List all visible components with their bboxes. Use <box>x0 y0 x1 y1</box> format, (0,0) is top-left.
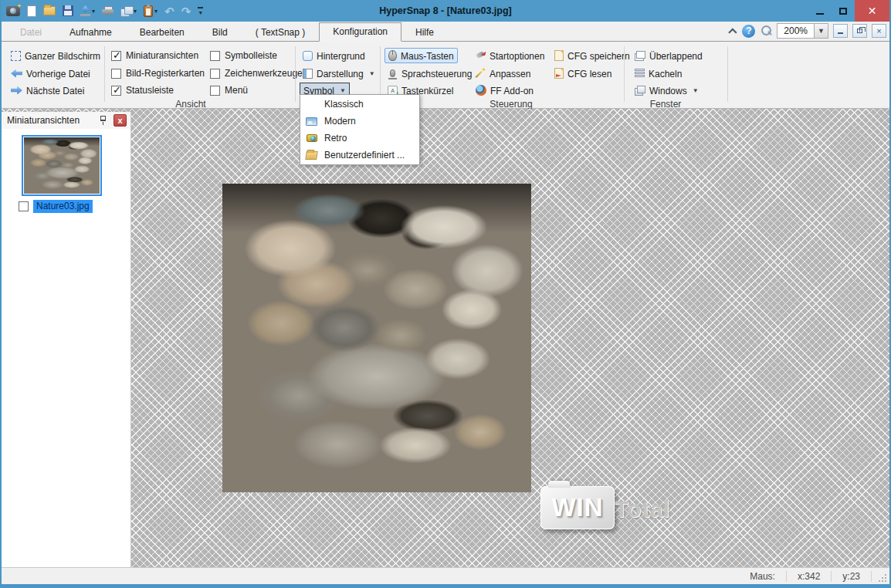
full-screen-label: Ganzer Bildschirm <box>25 51 100 62</box>
kacheln-button[interactable]: Kacheln <box>632 66 685 81</box>
chevron-down-icon: ▼ <box>693 87 699 94</box>
tab-bearbeiten[interactable]: Bearbeiten <box>126 23 198 42</box>
ueberlappend-button[interactable]: Überlappend <box>632 48 706 63</box>
checkbox-label: Bild-Registerkarten <box>126 68 205 79</box>
checkbox-icon[interactable] <box>210 51 220 61</box>
ff-addon-button[interactable]: FF Add-on <box>473 83 537 98</box>
checkbox-label: Zeichenwerkzeuge <box>225 68 303 79</box>
open-folder-icon <box>305 151 318 160</box>
maus-tasten-button[interactable]: Maus-Tasten <box>385 48 458 63</box>
zoom-level-value[interactable]: 200% <box>778 24 814 38</box>
copy-button[interactable]: ▾ <box>120 6 137 16</box>
maximize-button[interactable] <box>832 0 855 22</box>
mouse-y-value: y:23 <box>832 571 871 582</box>
cfg-lesen-button[interactable]: CFG lesen <box>551 66 615 81</box>
help-icon[interactable]: ? <box>742 25 755 38</box>
microphone-icon <box>390 69 395 77</box>
watermark-folder-shape: WIN <box>540 486 615 529</box>
ribbon: Ganzer Bildschirm Vorherige Datei Nächst… <box>2 42 889 109</box>
copy-icon <box>120 6 132 16</box>
hintergrund-button[interactable]: Hintergrund <box>300 48 368 63</box>
cfg-speichern-button[interactable]: CFG speichern <box>551 48 633 63</box>
document-minimize-button[interactable] <box>833 24 848 38</box>
paste-dropdown-arrow[interactable]: ▾ <box>154 8 158 15</box>
export-icon <box>80 5 90 16</box>
undo-button[interactable]: ↶ <box>164 6 174 16</box>
minimize-button[interactable] <box>808 0 832 22</box>
checkbox-icon[interactable] <box>111 69 121 79</box>
resize-grip[interactable] <box>875 570 887 583</box>
tab-aufnahme[interactable]: Aufnahme <box>56 23 126 42</box>
file-checkbox[interactable] <box>19 201 29 211</box>
menu-item-benutzerdefiniert[interactable]: Benutzerdefiniert ... <box>301 147 418 164</box>
open-file-button[interactable] <box>43 6 56 15</box>
checkbox-icon[interactable] <box>210 69 220 79</box>
menu-item-klassisch[interactable]: Klassisch <box>301 96 418 113</box>
full-screen-button[interactable]: Ganzer Bildschirm <box>8 48 103 63</box>
config-save-icon <box>554 50 564 61</box>
tab-bar-controls: ? 200% ▼ × <box>731 23 886 39</box>
checkbox-icon[interactable] <box>111 86 121 96</box>
save-icon <box>63 5 73 16</box>
thumbnail-image[interactable] <box>24 137 100 194</box>
mouse-x-value: x:342 <box>787 571 831 582</box>
document-canvas[interactable]: WIN Total <box>2 109 889 567</box>
group-separator <box>295 46 296 102</box>
checkbox-statusleiste[interactable]: Statusleiste <box>111 83 174 98</box>
export-dropdown-arrow[interactable]: ▾ <box>92 8 95 15</box>
app-menu-button[interactable] <box>6 6 20 16</box>
previous-file-button[interactable]: Vorherige Datei <box>8 66 93 81</box>
menu-item-retro[interactable]: Retro <box>301 130 418 147</box>
menu-item-modern[interactable]: Modern <box>301 113 418 130</box>
tab-hilfe[interactable]: Hilfe <box>401 23 448 42</box>
close-button[interactable]: ✕ <box>855 0 889 22</box>
thumbnail-selected-frame[interactable] <box>22 135 102 196</box>
pin-icon[interactable] <box>100 116 106 121</box>
customize-toolbar-button[interactable]: ▾ <box>198 7 203 15</box>
anpassen-button[interactable]: Anpassen <box>473 66 534 81</box>
file-name-label[interactable]: Nature03.jpg <box>33 200 93 213</box>
windows-button[interactable]: Windows ▼ <box>632 83 702 98</box>
main-image[interactable] <box>222 184 531 492</box>
checkbox-icon[interactable] <box>111 51 121 61</box>
document-minimize-icon <box>838 32 843 34</box>
title-bar[interactable]: ▾ ▾ ▾ ↶ ↷ ▾ HyperSnap 8 - [Nature03.jpg]… <box>2 0 889 22</box>
tab-textsnap[interactable]: ( TextSnap ) <box>242 23 319 42</box>
thumbnail-file-row: Nature03.jpg <box>19 200 130 213</box>
checkbox-icon[interactable] <box>210 86 220 96</box>
zoom-dropdown-button[interactable]: ▼ <box>814 24 828 38</box>
darstellung-button[interactable]: Darstellung ▼ <box>300 66 378 81</box>
tab-bild[interactable]: Bild <box>198 23 242 42</box>
tab-konfiguration[interactable]: Konfiguration <box>319 22 401 42</box>
collapse-ribbon-icon[interactable] <box>729 28 737 36</box>
sprachsteuerung-button[interactable]: Sprachsteuerung <box>385 66 475 81</box>
thumbnails-panel-header[interactable]: Miniaturansichten x <box>2 112 130 129</box>
group-label-fenster: Fenster <box>627 99 704 110</box>
checkbox-bild-registerkarten[interactable]: Bild-Registerkarten <box>111 66 205 81</box>
checkbox-miniaturansichten[interactable]: Miniaturansichten <box>111 48 198 63</box>
copy-dropdown-arrow[interactable]: ▾ <box>134 8 137 15</box>
print-button[interactable] <box>102 6 113 16</box>
retro-camera-icon <box>305 134 318 142</box>
save-button[interactable] <box>63 5 73 16</box>
darstellung-label: Darstellung <box>317 69 364 79</box>
document-restore-button[interactable] <box>852 24 867 38</box>
tab-datei[interactable]: Datei <box>6 23 56 42</box>
export-button[interactable]: ▾ <box>80 5 95 16</box>
redo-button[interactable]: ↷ <box>181 6 191 16</box>
checkbox-symbolleiste[interactable]: Symbolleiste <box>210 48 277 63</box>
checkbox-zeichenwerkzeuge[interactable]: Zeichenwerkzeuge <box>210 66 303 81</box>
document-close-button[interactable]: × <box>872 24 886 38</box>
paste-button[interactable]: ▾ <box>144 5 158 17</box>
next-file-label: Nächste Datei <box>26 86 84 96</box>
rocket-icon <box>476 51 486 61</box>
next-file-button[interactable]: Nächste Datei <box>8 83 87 98</box>
undo-icon: ↶ <box>164 6 174 16</box>
startoptionen-button[interactable]: Startoptionen <box>473 48 547 63</box>
checkbox-menue[interactable]: Menü <box>210 83 248 98</box>
zoom-magnifier-icon[interactable] <box>760 25 772 37</box>
display-style-icon <box>303 69 313 79</box>
panel-close-button[interactable]: x <box>113 114 127 127</box>
windows-label: Windows <box>649 86 687 96</box>
new-file-button[interactable] <box>27 5 36 17</box>
